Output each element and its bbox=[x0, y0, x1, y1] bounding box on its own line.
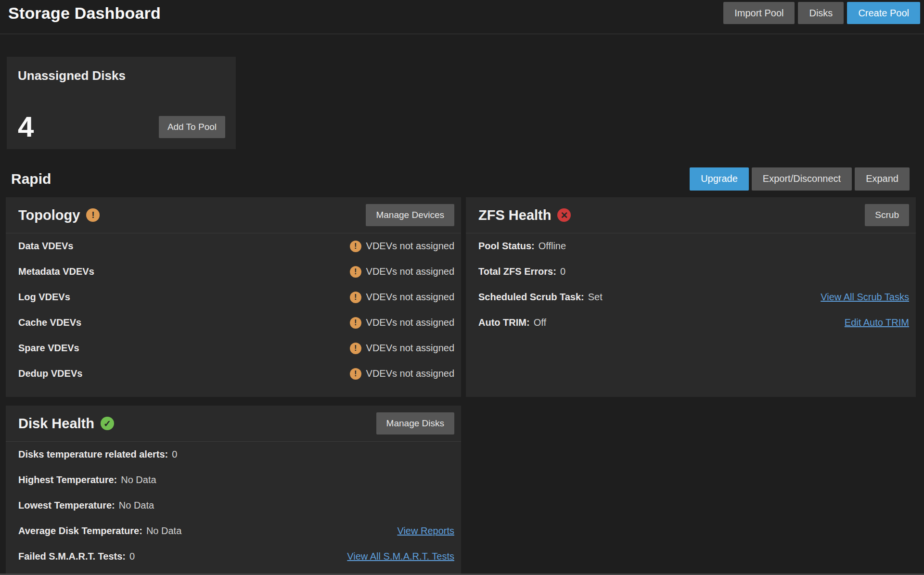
temp-alerts-value: 0 bbox=[172, 449, 177, 460]
table-row: Dedup VDEVs ! VDEVs not assigned bbox=[6, 361, 461, 386]
warning-icon: ! bbox=[350, 241, 361, 252]
view-all-scrub-tasks-link[interactable]: View All Scrub Tasks bbox=[821, 292, 909, 303]
vdev-type-label: Log VDEVs bbox=[18, 292, 70, 303]
disk-health-title: Disk Health bbox=[18, 416, 94, 432]
table-row: Auto TRIM: Off Edit Auto TRIM bbox=[466, 310, 916, 335]
vdev-status: ! VDEVs not assigned bbox=[350, 292, 454, 303]
topology-rows: Data VDEVs ! VDEVs not assigned Metadata… bbox=[6, 233, 461, 386]
auto-trim-label: Auto TRIM: bbox=[478, 317, 530, 328]
vdev-status-text: VDEVs not assigned bbox=[366, 266, 454, 277]
table-row: Failed S.M.A.R.T. Tests: 0 View All S.M.… bbox=[6, 544, 461, 569]
average-temp-value: No Data bbox=[146, 525, 181, 537]
unassigned-disks-title: Unassigned Disks bbox=[18, 68, 225, 83]
expand-button[interactable]: Expand bbox=[855, 167, 910, 191]
edit-auto-trim-link[interactable]: Edit Auto TRIM bbox=[845, 317, 909, 328]
disk-health-card: Disk Health ✓ Manage Disks Disks tempera… bbox=[6, 406, 461, 575]
zfs-health-card-header: ZFS Health ✕ Scrub bbox=[466, 197, 916, 233]
warning-icon: ! bbox=[350, 368, 361, 380]
auto-trim-value: Off bbox=[534, 317, 546, 328]
pool-button-group: Upgrade Export/Disconnect Expand bbox=[690, 167, 910, 191]
vdev-status: ! VDEVs not assigned bbox=[350, 241, 454, 252]
topology-title: Topology bbox=[18, 207, 80, 223]
vdev-type-label: Dedup VDEVs bbox=[18, 368, 82, 379]
temp-alerts-label: Disks temperature related alerts: bbox=[18, 449, 168, 460]
vdev-status-text: VDEVs not assigned bbox=[366, 343, 454, 354]
lowest-temp-label: Lowest Temperature: bbox=[18, 500, 115, 511]
vdev-type-label: Data VDEVs bbox=[18, 241, 74, 252]
table-row: Metadata VDEVs ! VDEVs not assigned bbox=[6, 259, 461, 284]
disk-health-rows: Disks temperature related alerts: 0 High… bbox=[6, 442, 461, 569]
import-pool-button[interactable]: Import Pool bbox=[723, 2, 795, 24]
header-button-group: Import Pool Disks Create Pool bbox=[723, 2, 920, 24]
pool-status-value: Offline bbox=[539, 241, 566, 252]
table-row: Average Disk Temperature: No Data View R… bbox=[6, 518, 461, 544]
zfs-health-rows: Pool Status: Offline Total ZFS Errors: 0… bbox=[466, 233, 916, 335]
table-row: Data VDEVs ! VDEVs not assigned bbox=[6, 233, 461, 259]
highest-temp-value: No Data bbox=[121, 474, 156, 486]
manage-devices-button[interactable]: Manage Devices bbox=[366, 204, 454, 226]
add-to-pool-button[interactable]: Add To Pool bbox=[159, 116, 225, 138]
view-reports-link[interactable]: View Reports bbox=[397, 525, 454, 537]
table-row: Total ZFS Errors: 0 bbox=[466, 259, 916, 284]
warning-icon: ! bbox=[350, 343, 361, 354]
vdev-status: ! VDEVs not assigned bbox=[350, 266, 454, 278]
table-row: Highest Temperature: No Data bbox=[6, 467, 461, 493]
zfs-errors-label: Total ZFS Errors: bbox=[478, 266, 556, 277]
warning-icon: ! bbox=[350, 317, 361, 329]
vdev-status: ! VDEVs not assigned bbox=[350, 343, 454, 354]
create-pool-button[interactable]: Create Pool bbox=[847, 2, 920, 24]
vdev-type-label: Cache VDEVs bbox=[18, 317, 81, 328]
top-bar: Storage Dashboard Import Pool Disks Crea… bbox=[0, 0, 924, 34]
export-disconnect-button[interactable]: Export/Disconnect bbox=[752, 167, 852, 191]
vdev-status-text: VDEVs not assigned bbox=[366, 292, 454, 303]
failed-smart-label: Failed S.M.A.R.T. Tests: bbox=[18, 551, 126, 562]
vdev-status-text: VDEVs not assigned bbox=[366, 317, 454, 328]
table-row: Log VDEVs ! VDEVs not assigned bbox=[6, 284, 461, 310]
table-row: Spare VDEVs ! VDEVs not assigned bbox=[6, 335, 461, 361]
topology-card-header: Topology ! Manage Devices bbox=[6, 197, 461, 233]
average-temp-label: Average Disk Temperature: bbox=[18, 525, 142, 537]
pool-header-row: Rapid Upgrade Export/Disconnect Expand bbox=[11, 166, 910, 191]
scrub-button[interactable]: Scrub bbox=[865, 204, 909, 226]
table-row: Disks temperature related alerts: 0 bbox=[6, 442, 461, 467]
unassigned-disks-card: Unassigned Disks 4 Add To Pool bbox=[7, 57, 236, 149]
lowest-temp-value: No Data bbox=[119, 500, 154, 511]
unassigned-disks-count: 4 bbox=[18, 115, 34, 139]
page-title: Storage Dashboard bbox=[8, 4, 161, 23]
vdev-status-text: VDEVs not assigned bbox=[366, 368, 454, 379]
highest-temp-label: Highest Temperature: bbox=[18, 474, 117, 486]
table-row: Cache VDEVs ! VDEVs not assigned bbox=[6, 310, 461, 335]
vdev-status-text: VDEVs not assigned bbox=[366, 241, 454, 252]
vdev-status: ! VDEVs not assigned bbox=[350, 368, 454, 380]
vdev-type-label: Spare VDEVs bbox=[18, 343, 79, 354]
unassigned-disks-footer: 4 Add To Pool bbox=[18, 115, 225, 139]
table-row: Pool Status: Offline bbox=[466, 233, 916, 259]
view-all-smart-tests-link[interactable]: View All S.M.A.R.T. Tests bbox=[347, 551, 454, 562]
zfs-health-title: ZFS Health bbox=[478, 207, 551, 223]
topology-card: Topology ! Manage Devices Data VDEVs ! V… bbox=[6, 197, 461, 397]
upgrade-button[interactable]: Upgrade bbox=[690, 167, 749, 191]
check-icon: ✓ bbox=[101, 417, 114, 430]
vdev-status: ! VDEVs not assigned bbox=[350, 317, 454, 329]
pool-status-label: Pool Status: bbox=[478, 241, 535, 252]
failed-smart-value: 0 bbox=[129, 551, 135, 562]
scrub-task-value: Set bbox=[588, 292, 603, 303]
manage-disks-button[interactable]: Manage Disks bbox=[376, 412, 454, 434]
warning-icon: ! bbox=[350, 292, 361, 303]
table-row: Scheduled Scrub Task: Set View All Scrub… bbox=[466, 284, 916, 310]
warning-icon: ! bbox=[350, 266, 361, 278]
zfs-errors-value: 0 bbox=[560, 266, 565, 277]
disk-health-card-header: Disk Health ✓ Manage Disks bbox=[6, 406, 461, 442]
table-row: Lowest Temperature: No Data bbox=[6, 493, 461, 518]
zfs-health-card: ZFS Health ✕ Scrub Pool Status: Offline … bbox=[466, 197, 916, 397]
pool-name: Rapid bbox=[11, 171, 51, 187]
disks-button[interactable]: Disks bbox=[798, 2, 844, 24]
warning-icon: ! bbox=[86, 208, 100, 222]
vdev-type-label: Metadata VDEVs bbox=[18, 266, 94, 277]
scrub-task-label: Scheduled Scrub Task: bbox=[478, 292, 584, 303]
error-icon: ✕ bbox=[557, 208, 571, 222]
